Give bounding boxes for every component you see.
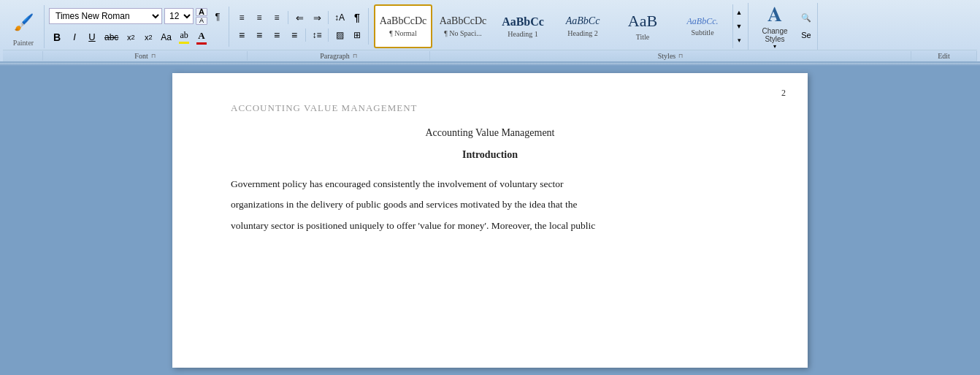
style-no-spacing-label: ¶ No Spaci...	[444, 29, 481, 37]
paragraph-group: ≡ ≡ ≡ ⇐ ⇒ ↕A ¶ ≡ ≡ ≡ ≡ ↕≡	[231, 8, 369, 45]
ribbon-top-row: 🖌️ Painter Times New Roman 12	[3, 3, 977, 50]
multilevel-btn[interactable]: ≡	[269, 10, 285, 26]
style-normal[interactable]: AaBbCcDc ¶ Normal	[374, 4, 432, 48]
paragraph-label-cell: Paragraph ⊓	[248, 51, 430, 61]
shading-btn[interactable]: ▨	[332, 27, 348, 43]
style-subtitle[interactable]: AaBbCc. Subtitle	[673, 4, 732, 48]
clear-format-btn[interactable]: ¶	[210, 8, 226, 24]
painter-label: Painter	[13, 39, 34, 47]
style-heading2-preview: AaBbCc	[566, 15, 600, 28]
underline-btn[interactable]: U	[84, 29, 100, 45]
style-title-label: Title	[636, 33, 650, 41]
style-heading2-label: Heading 2	[567, 29, 597, 37]
format-row: B I U abc x2 x2 Aa ab A	[49, 29, 226, 45]
document-area: 2 ACCOUNTING VALUE MANAGEMENT Accounting…	[0, 66, 980, 375]
ribbon-labels-row: Font ⊓ Paragraph ⊓ Styles ⊓ Edit	[3, 50, 977, 61]
style-no-spacing-preview: AaBbCcDc	[440, 15, 487, 28]
bullets-btn[interactable]: ≡	[234, 10, 250, 26]
borders-btn[interactable]: ⊞	[349, 27, 365, 43]
change-styles-dropdown-icon: ▾	[773, 43, 776, 50]
style-title-preview: AaB	[628, 12, 657, 31]
edit-replace-btn[interactable]: Se	[798, 27, 814, 43]
doc-title[interactable]: Accounting Value Management	[231, 127, 749, 139]
edit-group-label: Edit	[938, 52, 950, 60]
styles-label-cell: Styles ⊓	[430, 51, 911, 61]
font-name-select[interactable]: Times New Roman	[49, 8, 162, 24]
highlight-color-btn[interactable]: ab	[176, 29, 192, 45]
sort-btn[interactable]: ↕A	[332, 10, 348, 26]
doc-paragraph2-text: organizations in the delivery of public …	[231, 199, 577, 210]
line-spacing-btn[interactable]: ↕≡	[309, 27, 325, 43]
paragraph-group-label: Paragraph	[320, 52, 350, 60]
font-size-select[interactable]: 12	[164, 8, 194, 24]
style-normal-preview: AaBbCcDc	[380, 15, 427, 28]
document-page: 2 ACCOUNTING VALUE MANAGEMENT Accounting…	[172, 73, 808, 368]
styles-expand-btn[interactable]: ▾	[733, 34, 745, 47]
styles-group-label: Styles	[658, 52, 675, 60]
styles-scroll-up-btn[interactable]: ▲	[733, 6, 745, 19]
numbering-btn[interactable]: ≡	[251, 10, 267, 26]
font-grow-btn[interactable]: A	[196, 8, 207, 16]
font-shrink-btn[interactable]: A	[196, 17, 207, 25]
doc-paragraph1[interactable]: Government policy has encouraged consist…	[231, 174, 749, 236]
change-styles-label: Change Styles	[762, 27, 788, 43]
align-center-btn[interactable]: ≡	[251, 27, 267, 43]
increase-indent-btn[interactable]: ⇒	[309, 10, 325, 26]
painter-button[interactable]: 🖌️	[7, 7, 39, 39]
style-normal-label: ¶ Normal	[389, 29, 417, 37]
justify-btn[interactable]: ≡	[286, 27, 302, 43]
paragraph-expand-icon[interactable]: ⊓	[353, 53, 357, 59]
styles-section: AaBbCcDc ¶ Normal AaBbCcDc ¶ No Spaci...…	[370, 3, 749, 50]
style-no-spacing[interactable]: AaBbCcDc ¶ No Spaci...	[434, 4, 492, 48]
bold-btn[interactable]: B	[49, 29, 65, 45]
style-subtitle-label: Subtitle	[691, 29, 713, 37]
doc-intro-heading[interactable]: Introduction	[231, 149, 749, 161]
style-heading2[interactable]: AaBbCc Heading 2	[554, 4, 612, 48]
styles-expand-icon[interactable]: ⊓	[678, 53, 683, 59]
superscript-btn[interactable]: x2	[140, 29, 156, 45]
change-case-btn[interactable]: Aa	[158, 29, 175, 45]
styles-scroll-down-btn[interactable]: ▼	[733, 20, 745, 33]
font-color-btn[interactable]: A	[194, 29, 210, 45]
style-heading1[interactable]: AaBbCc Heading 1	[494, 4, 552, 48]
strikethrough-btn[interactable]: abc	[102, 29, 121, 45]
styles-arrow-col: ▲ ▼ ▾	[732, 4, 745, 48]
style-heading1-preview: AaBbCc	[502, 15, 544, 29]
align-left-btn[interactable]: ≡	[234, 27, 250, 43]
font-group-content: Times New Roman 12 A A ¶ B	[49, 8, 226, 45]
font-name-row: Times New Roman 12 A A ¶	[49, 8, 226, 25]
change-styles-btn[interactable]: 𝐀 Change Styles ▾	[753, 4, 797, 48]
font-group: Times New Roman 12 A A ¶ B	[46, 7, 229, 47]
align-right-btn[interactable]: ≡	[269, 27, 285, 43]
font-group-label: Font	[134, 52, 148, 60]
change-styles-icon: 𝐀	[767, 3, 782, 27]
painter-section: 🖌️ Painter	[3, 5, 45, 48]
italic-btn[interactable]: I	[66, 29, 83, 45]
font-expand-icon[interactable]: ⊓	[151, 53, 156, 59]
doc-header-text[interactable]: ACCOUNTING VALUE MANAGEMENT	[231, 102, 749, 114]
edit-label-cell: Edit	[911, 51, 977, 61]
font-label-cell: Font ⊓	[43, 51, 248, 61]
painter-label-cell	[3, 51, 43, 61]
style-title[interactable]: AaB Title	[613, 4, 672, 48]
page-number: 2	[781, 88, 786, 99]
decrease-indent-btn[interactable]: ⇐	[291, 10, 307, 26]
style-subtitle-preview: AaBbCc.	[687, 16, 719, 26]
style-heading1-label: Heading 1	[508, 30, 537, 38]
doc-paragraph3-text: voluntary sector is positioned uniquely …	[231, 220, 595, 231]
show-formatting-btn[interactable]: ¶	[349, 10, 365, 26]
ribbon: 🖌️ Painter Times New Roman 12	[0, 0, 980, 63]
subscript-btn[interactable]: x2	[123, 29, 139, 45]
edit-find-btn[interactable]: 🔍	[798, 10, 814, 26]
doc-paragraph1-text: Government policy has encouraged consist…	[231, 178, 564, 189]
